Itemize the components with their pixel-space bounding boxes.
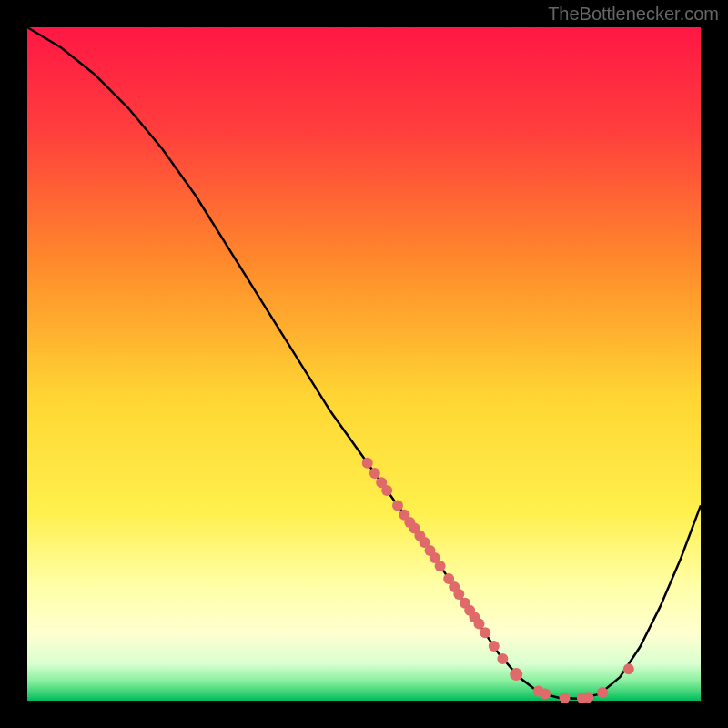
bottleneck-curve-chart xyxy=(0,0,728,728)
data-marker xyxy=(392,500,403,511)
chart-container: TheBottlenecker.com xyxy=(0,0,728,728)
data-marker xyxy=(540,689,551,700)
data-marker xyxy=(435,561,446,571)
data-marker xyxy=(474,619,485,630)
data-marker xyxy=(582,692,593,703)
data-marker xyxy=(623,663,634,674)
data-marker xyxy=(381,485,392,496)
data-marker xyxy=(369,468,380,479)
data-marker xyxy=(489,641,500,652)
data-marker xyxy=(362,458,373,469)
data-marker xyxy=(597,687,608,698)
data-marker xyxy=(497,653,508,664)
data-marker xyxy=(510,668,522,681)
data-marker xyxy=(480,627,490,638)
plot-background xyxy=(27,27,701,701)
watermark-text: TheBottlenecker.com xyxy=(548,4,719,25)
data-marker xyxy=(560,693,571,703)
